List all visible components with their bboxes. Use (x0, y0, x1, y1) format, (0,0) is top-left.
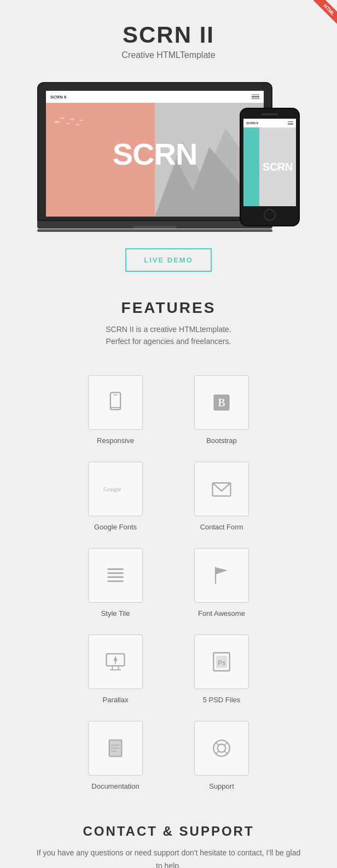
lifering-icon (210, 736, 234, 760)
live-demo-button[interactable]: LIVE DEMO (125, 248, 212, 272)
laptop-nav-logo: SCRN II (50, 95, 66, 100)
style-tile-label: Style Tile (101, 609, 130, 617)
photoshop-icon: Ps (210, 650, 234, 674)
phone-nav-menu-icon (288, 121, 293, 125)
svg-point-2 (66, 123, 69, 124)
bootstrap-label: Bootstrap (206, 436, 237, 445)
feature-item-bootstrap: B Bootstrap (175, 375, 268, 445)
documentation-icon-box (88, 721, 143, 776)
font-awesome-label: Font Awesome (198, 609, 245, 617)
contact-title: CONTACT & SUPPORT (33, 824, 304, 839)
laptop-scrn-text: SCRN (113, 136, 197, 172)
laptop-screen: SCRN II (46, 91, 264, 217)
google-fonts-label: Google Fonts (94, 523, 137, 531)
contact-form-icon-box (194, 462, 249, 516)
laptop-base (37, 221, 272, 229)
laptop-content: SCRN (46, 103, 264, 217)
svg-point-3 (70, 119, 74, 120)
svg-text:Ps: Ps (218, 659, 226, 666)
feature-item-contact-form: Contact Form (175, 462, 268, 532)
phone-content: SCRN (243, 127, 296, 206)
contact-form-label: Contact Form (200, 523, 243, 531)
monitor-icon (103, 650, 127, 674)
features-description: SCRN II is a creative HTMLtemplate. Perf… (16, 323, 321, 348)
phone-body: SCRN II SCRN (240, 108, 300, 226)
svg-point-0 (54, 121, 60, 123)
google-icon: Google (103, 477, 127, 501)
documentation-label: Documentation (91, 782, 139, 790)
parallax-icon-box (88, 634, 143, 689)
svg-rect-16 (107, 568, 123, 570)
feature-item-responsive: Responsive (69, 375, 162, 445)
svg-line-37 (216, 742, 219, 745)
device-mockup-area: SCRN II (0, 71, 337, 232)
phone-screen: SCRN II SCRN (243, 119, 296, 206)
feature-item-psd-files: Ps 5 PSD Files (175, 634, 268, 704)
svg-line-40 (224, 751, 227, 754)
feature-item-google-fonts: Google Google Fonts (69, 462, 162, 532)
phone-nav-logo: SCRN II (246, 121, 258, 125)
bootstrap-icon: B (210, 391, 234, 415)
support-icon-box (194, 721, 249, 776)
svg-rect-11 (113, 394, 117, 395)
svg-point-10 (115, 409, 117, 410)
book-icon (103, 736, 127, 760)
svg-rect-19 (107, 580, 123, 582)
responsive-icon-box (88, 375, 143, 430)
feature-item-parallax: Parallax (69, 634, 162, 704)
svg-point-36 (218, 744, 226, 752)
html-badge: HTML (310, 0, 337, 27)
svg-text:Google: Google (103, 486, 121, 492)
html-badge-label: HTML (313, 0, 337, 26)
contact-description: If you have any questions or need suppor… (33, 847, 304, 868)
mobile-icon (103, 391, 127, 415)
svg-line-39 (216, 751, 219, 754)
flag-icon (210, 563, 234, 587)
phone-home-button (264, 209, 276, 221)
envelope-icon (210, 477, 234, 501)
laptop-foot (37, 229, 272, 232)
feature-item-font-awesome: Font Awesome (175, 548, 268, 618)
laptop-screen-border: SCRN II (37, 82, 272, 221)
psd-files-label: 5 PSD Files (203, 696, 241, 704)
svg-point-5 (80, 120, 83, 121)
responsive-label: Responsive (97, 436, 134, 445)
svg-text:B: B (218, 397, 225, 409)
page-title: SCRN II (11, 22, 326, 48)
phone-right-panel: SCRN (259, 127, 296, 206)
feature-grid: Responsive B Bootstrap Google Google Fon… (0, 370, 337, 802)
phone-nav: SCRN II (243, 119, 296, 127)
phone-speaker (262, 113, 278, 115)
laptop-mockup: SCRN II (37, 82, 272, 232)
phone-left-panel (243, 127, 259, 206)
header: SCRN II Creative HTMLTemplate (0, 0, 337, 71)
birds-decoration (51, 114, 84, 132)
live-demo-area: LIVE DEMO (0, 248, 337, 272)
feature-item-documentation: Documentation (69, 721, 162, 791)
laptop-nav: SCRN II (46, 91, 264, 103)
lines-icon (103, 563, 127, 587)
features-title: FEATURES (16, 299, 321, 317)
feature-item-support: Support (175, 721, 268, 791)
phone-scrn-text: SCRN (263, 161, 293, 173)
svg-rect-17 (107, 572, 123, 574)
style-tile-icon-box (88, 548, 143, 603)
laptop-nav-menu-icon (252, 95, 259, 100)
features-section: FEATURES SCRN II is a creative HTMLtempl… (0, 288, 337, 370)
support-label: Support (209, 782, 234, 790)
psd-files-icon-box: Ps (194, 634, 249, 689)
svg-marker-25 (113, 656, 117, 661)
font-awesome-icon-box (194, 548, 249, 603)
google-fonts-icon-box: Google (88, 462, 143, 516)
page-subtitle: Creative HTMLTemplate (11, 50, 326, 60)
phone-mockup: SCRN II SCRN (240, 108, 300, 226)
svg-point-4 (76, 124, 79, 125)
parallax-label: Parallax (103, 696, 129, 704)
feature-item-style-tile: Style Tile (69, 548, 162, 618)
svg-rect-18 (107, 576, 123, 578)
svg-line-38 (224, 742, 227, 745)
svg-point-1 (60, 118, 65, 119)
contact-section: CONTACT & SUPPORT If you have any questi… (0, 807, 337, 868)
bootstrap-icon-box: B (194, 375, 249, 430)
